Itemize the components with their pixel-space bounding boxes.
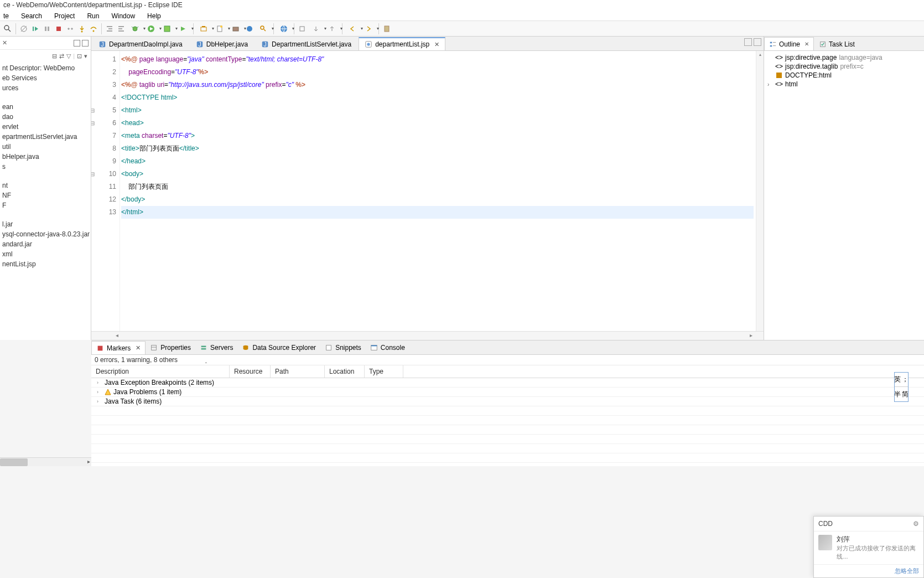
outline-tab[interactable]: Outline ✕ [764, 37, 814, 50]
tree-item[interactable]: ean [0, 102, 91, 112]
col-location[interactable]: Location [325, 365, 365, 378]
properties-tab[interactable]: Properties [146, 341, 195, 354]
tree-item[interactable]: nentList.jsp [0, 259, 91, 269]
run-last-icon[interactable]: ▾ [175, 23, 191, 34]
ime-lang-row[interactable]: 英； [895, 373, 908, 387]
indent-left-icon[interactable] [104, 23, 115, 34]
step-into-icon[interactable] [76, 23, 87, 34]
debug-dropdown-icon[interactable]: ▾ [127, 23, 143, 34]
tree-item[interactable]: l.jar [0, 219, 91, 229]
outline-item[interactable]: DOCTYPE:html [767, 71, 921, 80]
tree-item[interactable]: NF [0, 190, 91, 200]
editor-tab[interactable]: J DepartmentDaoImpl.java [92, 37, 189, 50]
outline-item[interactable]: <> jsp:directive.page language=java [767, 53, 921, 62]
servers-tab[interactable]: Servers [195, 341, 237, 354]
expand-icon[interactable]: › [97, 389, 102, 395]
col-resource[interactable]: Resource [230, 365, 271, 378]
focus-icon[interactable]: ⊡ [77, 53, 82, 60]
toggle-mark-icon[interactable] [297, 23, 308, 34]
overview-ruler[interactable]: ▴ [756, 51, 764, 331]
col-type[interactable]: Type [365, 365, 403, 378]
project-tree[interactable]: nt Descriptor: WebDemo eb Services urces… [0, 62, 91, 340]
table-row[interactable]: ›Java Problems (1 item) [91, 388, 924, 397]
menu-window[interactable]: Window [108, 11, 138, 19]
search-dropdown-icon[interactable]: ▾ [256, 23, 271, 34]
view-menu-icon[interactable]: ▾ [84, 53, 87, 60]
data-source-tab[interactable]: Data Source Explorer [237, 341, 320, 354]
ime-indicator[interactable]: 英； 半简 [894, 372, 909, 402]
menu-edit[interactable]: te [0, 11, 12, 19]
indent-right-icon[interactable] [116, 23, 127, 34]
markers-tab[interactable]: Markers ✕ [91, 341, 146, 354]
editor-tab[interactable]: J DbHelper.java [190, 37, 254, 50]
gear-icon[interactable]: ⚙ [913, 520, 919, 528]
minimize-icon[interactable] [744, 38, 752, 46]
ime-width-row[interactable]: 半简 [895, 387, 908, 401]
open-type-icon[interactable] [244, 23, 255, 34]
step-over-icon[interactable] [88, 23, 99, 34]
tree-item[interactable]: urces [0, 83, 91, 93]
web-browser-icon[interactable]: ▾ [276, 23, 292, 34]
notification-body[interactable]: 刘萍 对方已成功接收了你发送的离线... [814, 531, 923, 564]
back-icon[interactable]: ▾ [345, 23, 360, 34]
tree-item[interactable]: epartmentListServlet.java [0, 132, 91, 142]
close-tab-icon[interactable]: ✕ [434, 41, 439, 48]
snippets-tab[interactable]: Snippets [320, 341, 366, 354]
zoom-icon[interactable] [2, 23, 13, 34]
tree-item[interactable]: F [0, 200, 91, 210]
maximize-icon[interactable] [754, 38, 761, 46]
new-file-icon[interactable]: ▾ [212, 23, 227, 34]
outline-item[interactable]: <> jsp:directive.taglib prefix=c [767, 62, 921, 71]
new-server-icon[interactable]: ▾ [196, 23, 211, 34]
console-tab[interactable]: Console [366, 341, 409, 354]
tree-item[interactable]: andard.jar [0, 239, 91, 249]
filter-icon[interactable]: ▽ [66, 53, 71, 60]
close-icon[interactable]: ✕ [804, 41, 809, 47]
minimize-icon[interactable] [74, 40, 80, 47]
menu-search[interactable]: Search [18, 11, 45, 19]
code-content[interactable]: <%@ page language="java" contentType="te… [120, 51, 756, 331]
line-gutter[interactable]: 12345⊟6⊟78910⊟111213 [97, 51, 120, 331]
tree-item[interactable]: s [0, 162, 91, 172]
resume-icon[interactable] [30, 23, 41, 34]
tasklist-tab[interactable]: Task List [814, 37, 860, 50]
tree-item[interactable]: nt Descriptor: WebDemo [0, 63, 91, 73]
tree-item[interactable]: eb Services [0, 73, 91, 83]
menu-project[interactable]: Project [51, 11, 78, 19]
suspend-icon[interactable] [41, 23, 53, 34]
scrollbar-thumb[interactable] [0, 458, 28, 466]
terminate-icon[interactable] [53, 23, 64, 34]
table-row[interactable]: ›Java Task (6 items) [91, 397, 924, 406]
outline-item[interactable]: › <> html [767, 80, 921, 89]
coverage-dropdown-icon[interactable]: ▾ [159, 23, 175, 34]
prev-annotation-icon[interactable]: ▾ [324, 23, 340, 34]
explorer-hscroll[interactable]: ▸ [0, 457, 91, 466]
table-row[interactable]: ›Java Exception Breakpoints (2 items) [91, 378, 924, 388]
forward-icon[interactable]: ▾ [361, 23, 376, 34]
new-package-icon[interactable]: ▾ [228, 23, 243, 34]
expand-icon[interactable]: › [97, 380, 102, 385]
collapse-all-icon[interactable]: ⊟ [52, 53, 57, 60]
expand-icon[interactable]: › [767, 81, 773, 87]
next-annotation-icon[interactable]: ▾ [308, 23, 324, 34]
outline-tree[interactable]: <> jsp:directive.page language=java <> j… [764, 51, 924, 340]
pin-editor-icon[interactable] [381, 23, 392, 34]
link-editor-icon[interactable]: ⇄ [59, 53, 64, 60]
editor-tab[interactable]: J DepartmentListServlet.java [255, 37, 357, 50]
horizontal-scrollbar[interactable]: ◂ ▸ [91, 331, 764, 340]
maximize-icon[interactable] [82, 40, 89, 47]
run-dropdown-icon[interactable]: ▾ [143, 23, 159, 34]
menu-help[interactable]: Help [144, 11, 164, 19]
tree-item[interactable]: ysql-connector-java-8.0.23.jar [0, 229, 91, 239]
menu-run[interactable]: Run [84, 11, 102, 19]
tree-item[interactable]: dao [0, 112, 91, 122]
close-icon[interactable]: ✕ [2, 39, 7, 47]
disconnect-icon[interactable] [65, 23, 76, 34]
tree-item[interactable]: nt [0, 180, 91, 190]
editor-tab-active[interactable]: departmentList.jsp ✕ [359, 37, 445, 50]
tree-item[interactable]: ervlet [0, 122, 91, 132]
ignore-all-link[interactable]: 忽略全部 [814, 564, 923, 577]
col-path[interactable]: Path [271, 365, 325, 378]
close-icon[interactable]: ✕ [136, 344, 141, 352]
tree-item[interactable]: xml [0, 249, 91, 259]
